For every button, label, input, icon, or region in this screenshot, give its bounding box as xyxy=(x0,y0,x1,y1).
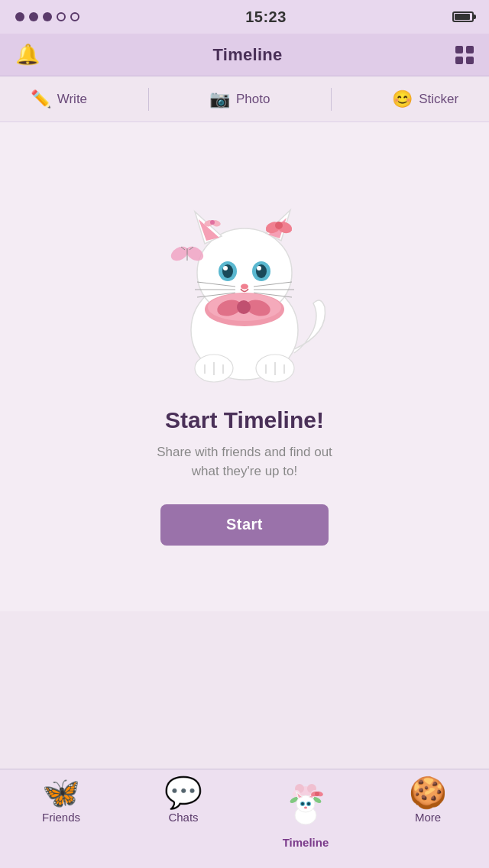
write-button[interactable]: ✏️ Write xyxy=(31,89,87,109)
write-label: Write xyxy=(57,92,87,107)
timeline-label: Timeline xyxy=(283,836,329,849)
svg-point-29 xyxy=(237,300,251,314)
signal-dot-3 xyxy=(43,12,52,21)
timeline-icon xyxy=(283,777,329,833)
battery-indicator xyxy=(452,11,474,22)
svg-point-58 xyxy=(315,792,319,796)
nav-chats[interactable]: 💬 Chats xyxy=(122,777,244,824)
signal-dot-5 xyxy=(70,12,79,21)
chats-label: Chats xyxy=(168,811,198,824)
divider-1 xyxy=(148,88,149,111)
svg-point-18 xyxy=(241,283,248,289)
svg-point-17 xyxy=(257,266,261,270)
signal-dot-2 xyxy=(29,12,38,21)
svg-point-60 xyxy=(301,802,304,805)
start-title: Start Timeline! xyxy=(165,407,324,433)
sticker-label: Sticker xyxy=(419,92,458,107)
cat-illustration xyxy=(145,189,344,395)
write-icon: ✏️ xyxy=(31,89,51,109)
photo-button[interactable]: 📷 Photo xyxy=(209,89,270,109)
page-title: Timeline xyxy=(212,45,282,65)
signal-dot-1 xyxy=(15,12,24,21)
sticker-button[interactable]: 😊 Sticker xyxy=(392,89,458,109)
svg-point-11 xyxy=(210,220,215,225)
main-content: Start Timeline! Share with friends and f… xyxy=(0,122,489,611)
svg-point-63 xyxy=(304,807,307,809)
start-subtitle: Share with friends and find outwhat they… xyxy=(157,442,332,481)
friends-icon: 🦋 xyxy=(42,777,80,808)
sticker-icon: 😊 xyxy=(392,89,413,109)
status-bar: 15:23 xyxy=(0,0,489,34)
more-label: More xyxy=(415,811,441,824)
bell-icon[interactable]: 🔔 xyxy=(15,43,40,66)
grid-icon[interactable] xyxy=(455,46,474,64)
svg-point-14 xyxy=(223,266,228,270)
chats-icon: 💬 xyxy=(164,777,202,808)
nav-timeline[interactable]: Timeline xyxy=(244,777,367,849)
signal-dots xyxy=(15,12,79,21)
status-time: 15:23 xyxy=(245,8,287,26)
toolbar: ✏️ Write 📷 Photo 😊 Sticker xyxy=(0,76,489,122)
photo-label: Photo xyxy=(236,92,270,107)
bottom-nav: 🦋 Friends 💬 Chats xyxy=(0,769,489,868)
start-button[interactable]: Start xyxy=(160,504,329,546)
svg-point-8 xyxy=(275,222,283,229)
signal-dot-4 xyxy=(57,12,66,21)
friends-label: Friends xyxy=(42,811,80,824)
svg-point-62 xyxy=(307,802,310,805)
header: 🔔 Timeline xyxy=(0,34,489,76)
more-icon: 🍪 xyxy=(409,777,447,808)
nav-more[interactable]: 🍪 More xyxy=(367,777,489,824)
photo-icon: 📷 xyxy=(209,89,230,109)
nav-friends[interactable]: 🦋 Friends xyxy=(0,777,122,824)
divider-2 xyxy=(331,88,332,111)
